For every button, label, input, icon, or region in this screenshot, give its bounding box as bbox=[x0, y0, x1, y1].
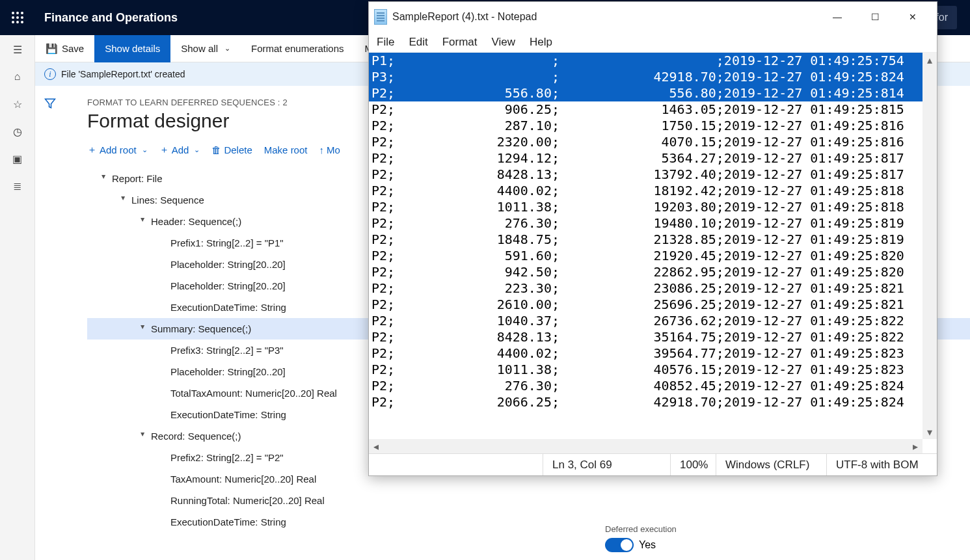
svg-point-0 bbox=[12, 12, 14, 14]
tree-item-label: Header: Sequence(;) bbox=[151, 216, 241, 227]
notepad-window: SampleReport (4).txt - Notepad — ☐ ✕ Fil… bbox=[368, 1, 937, 476]
menu-edit[interactable]: Edit bbox=[406, 34, 430, 50]
add-button[interactable]: ＋ Add ⌄ bbox=[159, 144, 200, 156]
vertical-scrollbar[interactable]: ▴ ▾ bbox=[923, 53, 937, 439]
tree-item-label: Placeholder: String[20..20] bbox=[170, 366, 286, 377]
text-line: P2; 276.30; 19480.10;2019-12-27 01:49:25… bbox=[369, 215, 937, 232]
tree-item-label: Lines: Sequence bbox=[131, 194, 204, 206]
scroll-right-icon[interactable]: ▸ bbox=[908, 439, 923, 453]
svg-point-2 bbox=[21, 12, 23, 14]
tree-item-label: TotalTaxAmount: Numeric[20..20] Real bbox=[170, 388, 337, 399]
scroll-down-icon[interactable]: ▾ bbox=[923, 425, 937, 439]
info-icon: i bbox=[44, 68, 56, 80]
minimize-button[interactable]: — bbox=[818, 2, 856, 32]
deferred-execution-label: Deferred execution bbox=[605, 524, 677, 534]
horizontal-scrollbar[interactable]: ◂ ▸ bbox=[369, 439, 923, 453]
scroll-up-icon[interactable]: ▴ bbox=[923, 53, 937, 67]
app-launcher-icon[interactable] bbox=[0, 0, 35, 35]
tree-item[interactable]: ExecutionDateTime: String bbox=[87, 511, 970, 533]
app-title: Finance and Operations bbox=[44, 11, 178, 25]
svg-point-8 bbox=[21, 21, 23, 23]
chevron-down-icon: ⌄ bbox=[224, 44, 230, 53]
text-line: P2; 1294.12; 5364.27;2019-12-27 01:49:25… bbox=[369, 150, 937, 167]
show-details-button[interactable]: Show details bbox=[94, 35, 170, 62]
tree-item-label: ExecutionDateTime: String bbox=[170, 302, 286, 313]
tree-item-label: Record: Sequence(;) bbox=[151, 431, 241, 442]
text-line: P2; 8428.13; 35164.75;2019-12-27 01:49:2… bbox=[369, 329, 937, 345]
tree-item-label: RunningTotal: Numeric[20..20] Real bbox=[170, 495, 325, 506]
text-line: P1; ; ;2019-12-27 01:49:25:754 bbox=[369, 53, 937, 69]
status-encoding: UTF-8 with BOM bbox=[826, 454, 937, 475]
caret-icon[interactable]: ▸ bbox=[139, 218, 148, 226]
left-icon-rail: ☰ ⌂ ☆ ◷ ▣ ≣ bbox=[0, 35, 35, 560]
menu-format[interactable]: Format bbox=[440, 34, 480, 50]
format-enumerations-button[interactable]: Format enumerations bbox=[241, 35, 355, 62]
text-line: P2; 1040.37; 26736.62;2019-12-27 01:49:2… bbox=[369, 313, 937, 329]
close-button[interactable]: ✕ bbox=[894, 2, 932, 32]
svg-point-4 bbox=[16, 16, 19, 19]
text-line: P2; 1848.75; 21328.85;2019-12-27 01:49:2… bbox=[369, 232, 937, 248]
svg-point-1 bbox=[16, 12, 19, 14]
notepad-menu-bar: File Edit Format View Help bbox=[369, 32, 937, 53]
status-zoom: 100% bbox=[670, 454, 716, 475]
make-root-button[interactable]: Make root bbox=[264, 144, 308, 155]
delete-button[interactable]: 🗑 Delete bbox=[211, 144, 252, 155]
notepad-title: SampleReport (4).txt - Notepad bbox=[392, 11, 537, 23]
tree-item-label: Prefix2: String[2..2] = "P2" bbox=[170, 452, 284, 463]
tree-item-label: TaxAmount: Numeric[20..20] Real bbox=[170, 473, 316, 485]
tree-item-label: Placeholder: String[20..20] bbox=[170, 259, 286, 270]
notepad-app-icon bbox=[374, 9, 387, 25]
text-line: P2; 287.10; 1750.15;2019-12-27 01:49:25:… bbox=[369, 118, 937, 134]
svg-marker-11 bbox=[46, 99, 55, 108]
text-line: P2; 556.80; 556.80;2019-12-27 01:49:25:8… bbox=[369, 85, 937, 101]
notepad-text-area[interactable]: P1; ; ;2019-12-27 01:49:25:754P3; ; 4291… bbox=[369, 53, 937, 453]
workspace-icon[interactable]: ▣ bbox=[11, 152, 24, 165]
tree-item-label: ExecutionDateTime: String bbox=[170, 516, 286, 527]
text-line: P2; 223.30; 23086.25;2019-12-27 01:49:25… bbox=[369, 280, 937, 297]
info-message: File 'SampleReport.txt' created bbox=[61, 69, 185, 79]
deferred-execution-value: Yes bbox=[639, 539, 656, 551]
menu-view[interactable]: View bbox=[489, 34, 519, 50]
text-line: P2; 4400.02; 39564.77;2019-12-27 01:49:2… bbox=[369, 345, 937, 362]
text-line: P2; 942.50; 22862.95;2019-12-27 01:49:25… bbox=[369, 264, 937, 280]
list-icon[interactable]: ≣ bbox=[11, 180, 24, 193]
menu-help[interactable]: Help bbox=[527, 34, 555, 50]
move-button[interactable]: ↑ Mo bbox=[319, 144, 340, 155]
tree-item[interactable]: RunningTotal: Numeric[20..20] Real bbox=[87, 490, 970, 511]
filter-icon[interactable] bbox=[35, 86, 65, 560]
text-line: P2; 1011.38; 19203.80;2019-12-27 01:49:2… bbox=[369, 199, 937, 215]
notepad-title-bar[interactable]: SampleReport (4).txt - Notepad — ☐ ✕ bbox=[369, 2, 937, 32]
tree-item-label: Prefix1: String[2..2] = "P1" bbox=[170, 237, 284, 248]
show-all-button[interactable]: Show all⌄ bbox=[170, 35, 241, 62]
maximize-button[interactable]: ☐ bbox=[856, 2, 894, 32]
hamburger-icon[interactable]: ☰ bbox=[11, 43, 24, 56]
deferred-execution-panel: Deferred execution Yes bbox=[605, 524, 677, 552]
svg-point-7 bbox=[16, 21, 19, 23]
text-line: P2; 8428.13; 13792.40;2019-12-27 01:49:2… bbox=[369, 167, 937, 183]
text-line: P2; 591.60; 21920.45;2019-12-27 01:49:25… bbox=[369, 248, 937, 264]
caret-icon[interactable]: ▸ bbox=[119, 196, 128, 204]
text-line: P2; 2610.00; 25696.25;2019-12-27 01:49:2… bbox=[369, 297, 937, 313]
save-icon: 💾 bbox=[46, 43, 58, 55]
status-position: Ln 3, Col 69 bbox=[543, 454, 670, 475]
caret-icon[interactable]: ▸ bbox=[139, 433, 148, 440]
tree-item-label: Placeholder: String[20..20] bbox=[170, 280, 286, 291]
scroll-left-icon[interactable]: ◂ bbox=[369, 439, 383, 453]
text-line: P2; 2066.25; 42918.70;2019-12-27 01:49:2… bbox=[369, 394, 937, 410]
text-line: P2; 906.25; 1463.05;2019-12-27 01:49:25:… bbox=[369, 101, 937, 118]
tree-item-label: Summary: Sequence(;) bbox=[151, 323, 251, 334]
caret-icon[interactable]: ▸ bbox=[139, 325, 148, 333]
add-root-button[interactable]: ＋ Add root ⌄ bbox=[87, 144, 148, 156]
star-icon[interactable]: ☆ bbox=[11, 98, 24, 111]
caret-icon[interactable]: ▸ bbox=[100, 175, 109, 183]
svg-point-3 bbox=[12, 16, 14, 19]
save-button[interactable]: 💾 Save bbox=[35, 35, 94, 62]
tree-item-label: Prefix3: String[2..2] = "P3" bbox=[170, 345, 284, 356]
svg-point-5 bbox=[21, 16, 23, 19]
tree-item-label: ExecutionDateTime: String bbox=[170, 409, 286, 420]
text-line: P2; 2320.00; 4070.15;2019-12-27 01:49:25… bbox=[369, 134, 937, 150]
recent-icon[interactable]: ◷ bbox=[11, 125, 24, 138]
deferred-execution-toggle[interactable] bbox=[605, 538, 634, 552]
home-icon[interactable]: ⌂ bbox=[11, 70, 24, 83]
menu-file[interactable]: File bbox=[374, 34, 397, 50]
